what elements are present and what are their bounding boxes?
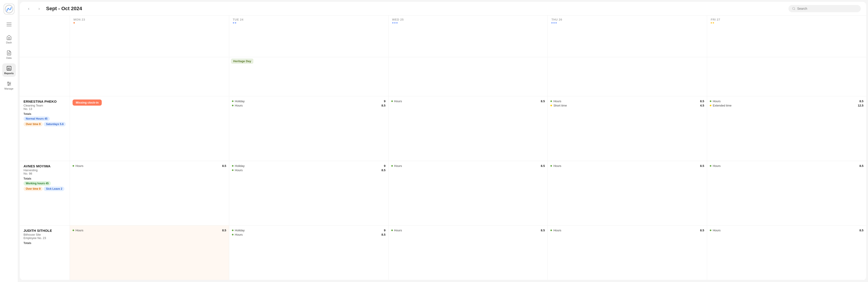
- entry-dot: [72, 229, 74, 231]
- hamburger-menu[interactable]: [4, 20, 13, 29]
- event-banner-cell-wed: [388, 57, 548, 97]
- day-dots-tue: [233, 22, 385, 24]
- entry-value: 9: [384, 99, 385, 103]
- entry-row: Hours 8.5: [710, 164, 864, 167]
- dot: [233, 22, 234, 24]
- svg-line-14: [794, 9, 795, 10]
- entry-row: Hours 8.5: [391, 164, 545, 167]
- entry-row: Holiday 9: [232, 164, 385, 167]
- entry-value: 4.5: [700, 104, 704, 107]
- totals-label-avnes: Totals: [24, 177, 66, 180]
- entry-row: Hours 8.5: [232, 168, 385, 172]
- entry-dot: [232, 100, 234, 102]
- entry-dot: [391, 165, 393, 167]
- search-icon: [792, 7, 796, 10]
- dot: [555, 22, 557, 24]
- dot: [551, 22, 553, 24]
- entry-dot: [550, 105, 552, 106]
- entry-dot: [232, 229, 234, 231]
- entry-row: Holiday 9: [232, 229, 385, 232]
- sidebar-item-data[interactable]: Data: [2, 48, 16, 62]
- event-banner-cell-fri: [707, 57, 866, 97]
- avnes-day-tue: Holiday 9 Hours 8.5: [229, 161, 388, 226]
- day-header-mon-label: MON 23: [73, 18, 225, 21]
- header-spacer: [20, 15, 70, 57]
- judith-day-mon: Hours 8.5: [70, 225, 229, 280]
- judith-day-fri: Hours 8.5: [707, 225, 866, 280]
- search-box[interactable]: [788, 5, 861, 12]
- entry-label: Hours: [235, 104, 380, 107]
- next-button[interactable]: ›: [36, 5, 42, 12]
- entry-dot: [710, 165, 711, 167]
- entry-value: 9: [384, 229, 385, 232]
- dot: [394, 22, 396, 24]
- avnes-day-fri: Hours 8.5: [707, 161, 866, 226]
- entry-dot: [710, 100, 711, 102]
- entry-value: 8.5: [541, 99, 545, 103]
- entry-dot: [232, 165, 234, 167]
- badge-normal-hours: Normal Hours 45: [24, 117, 50, 121]
- ernestina-day-fri: Hours 8.5 Extended time 12.5: [707, 96, 866, 161]
- badge-sick-leave: Sick Leave 2: [43, 187, 64, 191]
- badge-saturdays: Saturdays 5.6: [43, 122, 66, 126]
- employee-number-avnes: No. 98: [24, 172, 66, 175]
- entry-label: Hours: [235, 168, 380, 172]
- entry-row: Holiday 9: [232, 99, 385, 103]
- judith-day-wed: Hours 8.5: [388, 225, 548, 280]
- entry-value: 8.5: [700, 229, 704, 232]
- entry-value: 8.5: [381, 104, 385, 107]
- entry-row: Hours 8.5: [550, 164, 704, 167]
- entry-label: Hours: [713, 229, 858, 232]
- search-input[interactable]: [797, 7, 857, 10]
- entry-dot: [710, 229, 711, 231]
- sidebar-item-reports[interactable]: Reports: [2, 63, 16, 77]
- entry-dot: [391, 100, 393, 102]
- day-header-thu-label: THU 26: [551, 18, 703, 21]
- entry-value: 8.5: [860, 164, 864, 167]
- badge-overtime: Over time 9: [24, 187, 43, 191]
- entry-value: 8.5: [860, 99, 864, 103]
- dot: [235, 22, 236, 24]
- entry-dot: [391, 229, 393, 231]
- dot: [553, 22, 555, 24]
- entry-value: 8.5: [700, 99, 704, 103]
- entry-label: Hours: [713, 99, 858, 103]
- svg-point-10: [8, 82, 8, 83]
- entry-label: Hours: [713, 164, 858, 167]
- event-banner-cell-thu: [548, 57, 707, 97]
- entry-dot: [72, 165, 74, 167]
- totals-label-ernestina: Totals: [24, 113, 66, 116]
- entry-dot: [232, 169, 234, 171]
- entry-value: 8.5: [381, 168, 385, 172]
- entry-value: 8.5: [222, 229, 226, 232]
- judith-day-tue: Holiday 9 Hours 8.5: [229, 225, 388, 280]
- day-header-mon: MON 23: [70, 15, 229, 57]
- entry-label: Hours: [553, 164, 699, 167]
- entry-row: Short time 4.5: [550, 104, 704, 107]
- entry-value: 12.5: [858, 104, 864, 107]
- entry-row: Hours 8.5: [72, 164, 226, 167]
- day-header-thu: THU 26: [548, 15, 707, 57]
- ernestina-day-thu: Hours 8.5 Short time 4.5: [548, 96, 707, 161]
- employee-info-judith: JUDITH SITHOLE Bithouse Site Employee No…: [20, 225, 70, 280]
- employee-name-avnes: AVNES MOYIWA: [24, 164, 66, 168]
- entry-label: Hours: [394, 164, 539, 167]
- day-header-wed: WED 25: [388, 15, 548, 57]
- entry-row: Extended time 12.5: [710, 104, 864, 107]
- app-logo: [4, 4, 14, 14]
- entry-label: Hours: [75, 164, 221, 167]
- calendar-grid: MON 23 TUE 24 WED 25 THU 26: [20, 15, 866, 280]
- entry-row: Hours 8.5: [550, 99, 704, 103]
- sidebar-item-manage[interactable]: Manage: [2, 79, 16, 92]
- sidebar-item-dash[interactable]: Dash: [2, 33, 16, 46]
- event-banner-cell-mon: [70, 57, 229, 97]
- day-header-tue-label: TUE 24: [233, 18, 385, 21]
- entry-row: Hours 8.5: [710, 229, 864, 232]
- entry-dot: [710, 105, 711, 106]
- prev-button[interactable]: ‹: [25, 5, 32, 12]
- sidebar-item-reports-label: Reports: [4, 72, 14, 74]
- day-header-tue: TUE 24: [229, 15, 388, 57]
- entry-dot: [550, 229, 552, 231]
- entry-label: Hours: [553, 99, 699, 103]
- entry-value: 9: [384, 164, 385, 167]
